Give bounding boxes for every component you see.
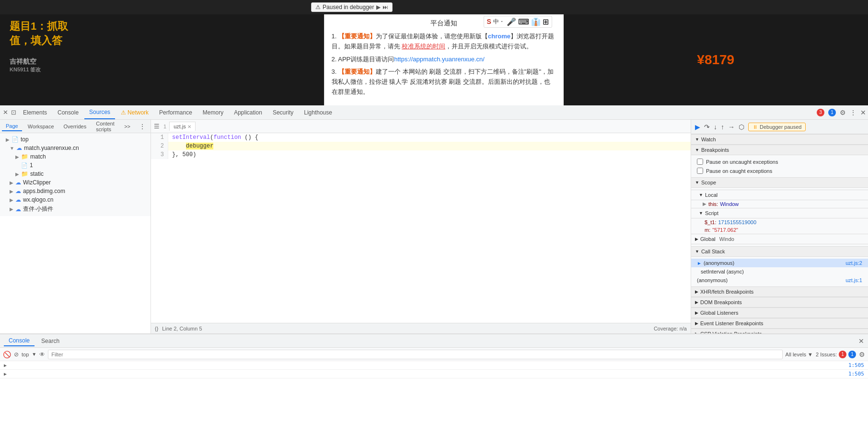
- tab-more-sources[interactable]: >>: [120, 122, 134, 131]
- line-number-toggle[interactable]: 1: [162, 124, 168, 129]
- callstack-name-2: (anonymous): [697, 277, 728, 283]
- tree-label-bdimg: apps.bdimg.com: [23, 188, 65, 194]
- issues-label: 2 Issues:: [816, 352, 837, 357]
- global-listeners-section-header[interactable]: ▶ Global Listeners: [691, 308, 868, 318]
- tree-item-match-domain[interactable]: ▼ ☁ match.yuanrenxue.cn: [0, 144, 150, 152]
- more-icon[interactable]: ⋮: [850, 109, 856, 116]
- tab-performance[interactable]: Performance: [154, 105, 197, 119]
- scope-section-header[interactable]: ▼ Scope: [691, 177, 868, 188]
- tree-label-match-domain: match.yuanrenxue.cn: [24, 145, 79, 151]
- website-area: ⚠ Paused in debugger ▶ ⏭ S 中・ 🎤 ⌨ 👔 ⊞ 题目…: [0, 0, 868, 105]
- tree-item-match[interactable]: ▶ 📁 match: [0, 152, 150, 161]
- local-scope-header[interactable]: ▼ Local: [691, 190, 868, 200]
- tab-search-bottom[interactable]: Search: [36, 336, 64, 346]
- tab-elements[interactable]: Elements: [18, 105, 52, 119]
- file-tab-close-icon[interactable]: ✕: [187, 124, 191, 129]
- console-row-1[interactable]: ▶ 1:505: [0, 370, 868, 378]
- tree-item-plugin[interactable]: ▶ ☁ 查伴·小插件: [0, 204, 150, 214]
- line-num-1: 1: [151, 133, 168, 142]
- tree-item-wxqlogo[interactable]: ▶ ☁ wx.qlogo.cn: [0, 195, 150, 204]
- arrow-top-icon: ▶: [6, 137, 10, 142]
- tree-item-wizclipper[interactable]: ▶ ☁ WizClipper: [0, 178, 150, 187]
- tree-overflow-icon[interactable]: ⋮: [136, 122, 149, 131]
- tab-console-bottom[interactable]: Console: [4, 336, 35, 346]
- tab-console[interactable]: Console: [53, 105, 83, 119]
- dom-section-header[interactable]: ▶ DOM Breakpoints: [691, 297, 868, 308]
- blue-badge: 1: [828, 109, 836, 116]
- event-listeners-section-header[interactable]: ▶ Event Listener Breakpoints: [691, 318, 868, 329]
- error-badge: 3: [817, 109, 824, 116]
- global-scope-header[interactable]: ▶ Global Windo: [691, 234, 868, 244]
- close-devtools-icon[interactable]: ✕: [860, 109, 866, 116]
- console-settings-icon[interactable]: ⚙: [859, 351, 865, 358]
- stepinto-btn[interactable]: ↓: [714, 123, 717, 131]
- script-scope-header[interactable]: ▼ Script: [691, 208, 868, 218]
- callstack-item-2[interactable]: (anonymous) uzt.js:1: [691, 276, 868, 285]
- deactivate-btn[interactable]: ⬡: [739, 123, 744, 131]
- mic-icon[interactable]: 🎤: [507, 17, 516, 26]
- open-files-tabs: ☰ 1 uzt.js ✕: [151, 120, 691, 133]
- eye-icon[interactable]: 👁: [39, 351, 45, 358]
- tab-lighthouse[interactable]: Lighthouse: [299, 105, 337, 119]
- tab-network[interactable]: ⚠ Network: [116, 105, 153, 119]
- watch-label: Watch: [701, 137, 716, 142]
- sources-second-tabs: Page Workspace Overrides Content scripts…: [0, 120, 150, 133]
- sidebar-toggle-icon[interactable]: ☰: [153, 122, 161, 131]
- console-row-0[interactable]: ▶ 1:505: [0, 361, 868, 370]
- pause-uncaught-input[interactable]: [697, 159, 703, 165]
- breakpoints-section-header[interactable]: ▼ Breakpoints: [691, 145, 868, 155]
- console-clear-icon[interactable]: 🚫: [3, 351, 11, 358]
- stepover-button[interactable]: ⏭: [382, 4, 388, 11]
- console-link-1[interactable]: 1:505: [848, 371, 864, 377]
- tab-page[interactable]: Page: [2, 122, 22, 131]
- pause-caught-input[interactable]: [697, 168, 703, 174]
- grid-icon[interactable]: ⊞: [543, 17, 549, 26]
- tree-item-static[interactable]: ▶ 📁 static: [0, 170, 150, 178]
- stepout-btn[interactable]: ↑: [721, 123, 724, 131]
- xhr-section-header[interactable]: ▶ XHR/fetch Breakpoints: [691, 286, 868, 297]
- csp-section-header[interactable]: ▶ CSP Violation Breakpoints: [691, 329, 868, 333]
- global-listeners-arrow-icon: ▶: [695, 310, 698, 315]
- clothes-icon[interactable]: 👔: [531, 17, 541, 26]
- flight-info: KN5911 签改: [10, 66, 314, 73]
- watch-section-header[interactable]: ▼ Watch: [691, 134, 868, 145]
- callstack-section-header[interactable]: ▼ Call Stack: [691, 246, 868, 257]
- step-btn[interactable]: →: [728, 123, 735, 131]
- tab-application[interactable]: Application: [229, 105, 267, 119]
- settings-icon[interactable]: ⚙: [840, 109, 846, 116]
- console-filter-input[interactable]: [48, 350, 782, 359]
- pause-caught-checkbox[interactable]: Pause on caught exceptions: [691, 166, 868, 175]
- resume-debug-btn[interactable]: ▶: [695, 123, 700, 131]
- console-levels-dropdown[interactable]: All levels ▼: [786, 352, 813, 357]
- callstack-item-1: setInterval (async): [691, 267, 868, 276]
- tree-item-top[interactable]: ▶ 📄 top: [0, 135, 150, 144]
- console-link-0[interactable]: 1:505: [848, 362, 864, 368]
- devtools-toggle-icon[interactable]: ⊡: [10, 108, 17, 117]
- file-tab-uztjs[interactable]: uzt.js ✕: [169, 122, 196, 131]
- console-context-arrow-icon[interactable]: ▼: [32, 352, 36, 357]
- tab-sources[interactable]: Sources: [84, 105, 115, 119]
- sogou-chinese: 中・: [493, 18, 505, 26]
- arrow-plugin-icon: ▶: [10, 206, 13, 212]
- keyboard-icon[interactable]: ⌨: [518, 17, 529, 26]
- t1-val: 1715155519000: [718, 219, 756, 225]
- code-area[interactable]: 1 setInterval(function () { 2 debugger 3…: [151, 133, 691, 323]
- tab-content-scripts[interactable]: Content scripts: [92, 120, 118, 134]
- tree-item-1[interactable]: 📄 1: [0, 161, 150, 170]
- resume-button[interactable]: ▶: [376, 4, 381, 11]
- tab-security[interactable]: Security: [268, 105, 298, 119]
- pause-uncaught-checkbox[interactable]: Pause on uncaught exceptions: [691, 157, 868, 166]
- stepover-btn[interactable]: ↷: [704, 123, 710, 131]
- tab-overrides[interactable]: Overrides: [60, 122, 91, 131]
- warning-icon: ⚠: [315, 4, 321, 11]
- console-close-icon[interactable]: ✕: [858, 337, 864, 345]
- tab-workspace[interactable]: Workspace: [24, 122, 58, 131]
- file-tree: ▶ 📄 top ▼ ☁ match.yuanrenxue.cn ▶ 📁: [0, 133, 151, 216]
- console-filter-icon[interactable]: ⊘: [14, 351, 19, 358]
- code-line-2: 2 debugger: [151, 142, 691, 150]
- devtools-close-icon[interactable]: ✕: [2, 108, 9, 117]
- xhr-arrow-icon: ▶: [695, 289, 698, 294]
- tree-item-bdimg[interactable]: ▶ ☁ apps.bdimg.com: [0, 187, 150, 195]
- callstack-item-0[interactable]: ► (anonymous) uzt.js:2: [691, 259, 868, 267]
- tab-memory[interactable]: Memory: [198, 105, 228, 119]
